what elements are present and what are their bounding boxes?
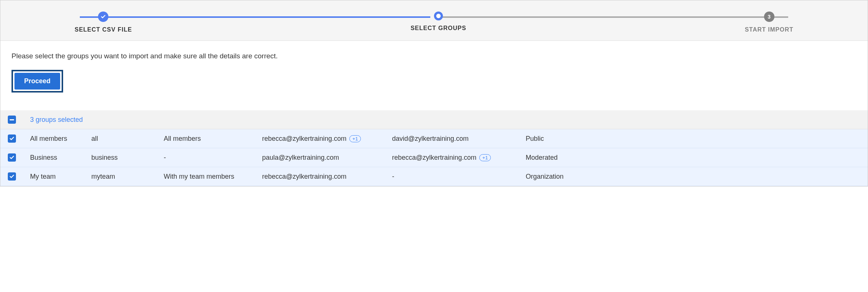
step-label: START IMPORT [745,26,793,33]
group-name: My team [30,173,91,181]
table-header-row: 3 groups selected [0,110,868,129]
group-description: All members [164,135,262,143]
import-wizard: SELECT CSV FILE SELECT GROUPS 3 START IM… [0,0,868,186]
group-description: With my team members [164,173,262,181]
table-row: All members all All members rebecca@zylk… [0,129,868,148]
group-member-email: - [392,173,394,181]
group-alias: myteam [91,173,164,181]
check-icon [98,12,108,22]
stepper: SELECT CSV FILE SELECT GROUPS 3 START IM… [0,0,868,41]
group-member-email: rebecca@zylkertraining.com [392,154,476,162]
step-2: SELECT GROUPS [411,12,466,32]
group-type: Public [526,135,860,143]
step-label: SELECT GROUPS [411,25,466,32]
group-name: Business [30,154,91,162]
step-number-icon: 3 [764,12,774,22]
row-checkbox[interactable] [8,153,16,162]
group-owner-email: paula@zylkertraining.com [262,154,339,162]
group-owner-email: rebecca@zylkertraining.com [262,135,346,143]
group-owner-email: rebecca@zylkertraining.com [262,173,346,181]
group-alias: business [91,154,164,162]
proceed-highlight: Proceed [12,70,63,93]
row-checkbox[interactable] [8,172,16,181]
select-all-checkbox[interactable] [8,116,16,124]
proceed-button[interactable]: Proceed [14,73,60,90]
instruction-text: Please select the groups you want to imp… [12,52,856,60]
more-count-badge[interactable]: +1 [349,135,361,142]
row-checkbox[interactable] [8,134,16,143]
active-dot-icon [434,12,443,20]
stepper-line-completed [80,16,430,18]
table-row: Business business - paula@zylkertraining… [0,148,868,167]
group-alias: all [91,135,164,143]
group-type: Moderated [526,154,860,162]
table-row: My team myteam With my team members rebe… [0,167,868,186]
group-description: - [164,154,262,162]
group-type: Organization [526,173,860,181]
group-member-email: david@zylkertraining.com [392,135,469,143]
stepper-line-pending [438,16,788,18]
step-3: 3 START IMPORT [745,12,793,33]
content-area: Please select the groups you want to imp… [0,41,868,110]
step-1: SELECT CSV FILE [75,12,132,33]
step-label: SELECT CSV FILE [75,26,132,33]
selection-summary: 3 groups selected [30,116,83,124]
more-count-badge[interactable]: +1 [479,154,491,161]
groups-table: 3 groups selected All members all All me… [0,110,868,186]
group-name: All members [30,135,91,143]
